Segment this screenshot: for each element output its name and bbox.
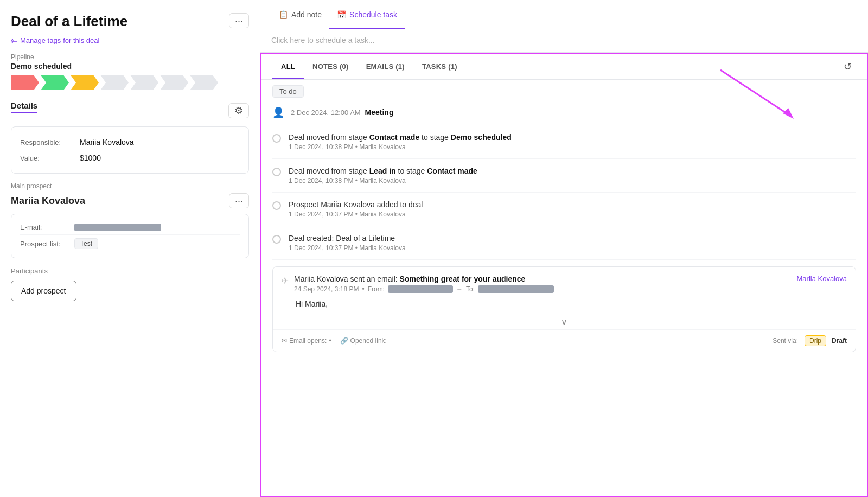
email-opens-dot: • [329, 337, 331, 345]
prospect-list-row: Prospect list: Test [20, 235, 240, 252]
pipeline-label: Pipeline [11, 53, 249, 61]
email-date: 24 Sep 2024, 3:18 PM [294, 285, 359, 293]
pipeline-arrow-2 [41, 75, 69, 90]
timeline-meta-4: 1 Dec 2024, 10:37 PM • Mariia Kovalova [289, 244, 856, 252]
tab-schedule-task[interactable]: 📅 Schedule task [329, 2, 405, 29]
pipeline-arrow-4 [100, 75, 129, 90]
timeline-dot-2 [272, 168, 281, 176]
prospect-email-row: E-mail: [20, 220, 240, 235]
timeline-meta-2: 1 Dec 2024, 10:38 PM • Mariia Kovalova [289, 177, 856, 184]
deal-title-row: Deal of a Lifetime ··· [11, 13, 249, 30]
pipeline-arrow-7 [190, 75, 218, 90]
send-icon: ✈ [282, 276, 289, 286]
timeline-item-2: Deal moved from stage Lead in to stage C… [272, 159, 856, 193]
participants-section: Participants Add prospect [11, 267, 249, 301]
opened-link-section: 🔗 Opened link: [340, 337, 387, 345]
email-card-title: Mariia Kovalova sent an email: Something… [294, 275, 792, 283]
prospect-name-row: Mariia Kovalova ··· [11, 193, 249, 208]
email-author-link[interactable]: Mariia Kovalova [797, 275, 847, 283]
note-task-bar: 📋 Add note 📅 Schedule task [260, 0, 868, 30]
email-footer-left: ✉ Email opens: • 🔗 Opened link: [282, 337, 387, 345]
note-icon: 📋 [279, 10, 288, 19]
from-redacted [388, 285, 453, 293]
manage-tags-suffix: for this deal [63, 36, 99, 44]
detail-row-responsible: Responsible: Mariia Kovalova [20, 135, 240, 150]
timeline-item-4: Deal created: Deal of a Lifetime 1 Dec 2… [272, 226, 856, 260]
details-section-title: Details [11, 101, 37, 113]
details-settings-button[interactable]: ⚙ [228, 103, 249, 118]
email-opens-label: Email opens: [289, 337, 327, 345]
pipeline-stage: Demo scheduled [11, 62, 249, 71]
timeline-text-3: Prospect Mariia Kovalova added to deal [289, 200, 856, 209]
arrow-separator: → [456, 285, 463, 293]
tab-add-note[interactable]: 📋 Add note [271, 2, 329, 29]
opened-link-label: Opened link: [350, 337, 387, 345]
from-label: From: [368, 285, 385, 293]
email-card-from: 24 Sep 2024, 3:18 PM • From: → To: [294, 285, 792, 293]
deal-more-button[interactable]: ··· [229, 13, 249, 28]
timeline-meta-1: 1 Dec 2024, 10:38 PM • Mariia Kovalova [289, 143, 856, 151]
pipeline-arrow-5 [130, 75, 158, 90]
timeline-content-1: Deal moved from stage Contact made to st… [289, 133, 856, 151]
tab-emails[interactable]: EMAILS (1) [358, 55, 413, 79]
timeline-dot-3 [272, 201, 281, 210]
email-opens-section: ✉ Email opens: • [282, 337, 331, 345]
prospect-more-button[interactable]: ··· [229, 193, 249, 208]
activity-list: 👤 2 Dec 2024, 12:00 AM Meeting Deal move… [261, 100, 867, 496]
email-body-text: Hi Mariia, [296, 300, 328, 308]
email-expand-button[interactable]: ∨ [273, 315, 856, 329]
timeline-dot-4 [272, 235, 281, 244]
email-card-meta: Mariia Kovalova sent an email: Something… [294, 275, 792, 293]
value-label: Value: [20, 154, 80, 162]
draft-label: Draft [832, 337, 847, 345]
timeline-item-1: Deal moved from stage Contact made to st… [272, 125, 856, 159]
drip-badge: Drip [805, 335, 826, 346]
responsible-value: Mariia Kovalova [80, 138, 134, 146]
details-header: Details ⚙ [11, 101, 249, 120]
detail-row-value: Value: $1000 [20, 150, 240, 165]
email-body: Hi Mariia, [273, 297, 856, 315]
main-prospect-label: Main prospect [11, 182, 249, 190]
schedule-task-label: Schedule task [349, 10, 397, 19]
bullet-separator: • [362, 285, 364, 293]
email-footer: ✉ Email opens: • 🔗 Opened link: Sent via… [273, 329, 856, 352]
tab-tasks[interactable]: TASKS (1) [413, 55, 466, 79]
timeline-dot-1 [272, 134, 281, 143]
timeline-meta-3: 1 Dec 2024, 10:37 PM • Mariia Kovalova [289, 211, 856, 218]
email-redacted [74, 224, 161, 231]
meeting-title: Meeting [365, 108, 394, 117]
timeline-text-4: Deal created: Deal of a Lifetime [289, 234, 856, 243]
add-prospect-button[interactable]: Add prospect [11, 281, 76, 301]
email-card: ✈ Mariia Kovalova sent an email: Somethi… [272, 266, 856, 352]
deal-title: Deal of a Lifetime [11, 13, 127, 30]
value-value: $1000 [80, 154, 101, 162]
tag-icon: 🏷 [11, 36, 18, 44]
to-redacted [478, 285, 554, 293]
add-note-label: Add note [291, 10, 322, 19]
todo-badge: To do [272, 85, 304, 98]
todo-section: To do [261, 80, 867, 100]
pipeline-arrow-1 [11, 75, 39, 90]
timeline-content-4: Deal created: Deal of a Lifetime 1 Dec 2… [289, 234, 856, 252]
activity-tabs: ALL NOTES (0) EMAILS (1) TASKS (1) ↺ [261, 54, 867, 80]
left-panel: Deal of a Lifetime ··· 🏷 Manage tags for… [0, 0, 260, 497]
meeting-date: 2 Dec 2024, 12:00 AM [291, 109, 361, 117]
refresh-button[interactable]: ↺ [839, 59, 856, 75]
manage-tags-link[interactable]: 🏷 Manage tags for this deal [11, 36, 249, 44]
participants-label: Participants [11, 267, 249, 275]
link-icon: 🔗 [340, 337, 348, 345]
prospect-list-badge: Test [74, 238, 98, 249]
sent-via-label: Sent via: [773, 337, 798, 345]
meeting-item: 👤 2 Dec 2024, 12:00 AM Meeting [272, 100, 856, 125]
manage-tags-label: Manage tags [20, 36, 61, 44]
email-card-header: ✈ Mariia Kovalova sent an email: Somethi… [273, 267, 856, 297]
tab-all[interactable]: ALL [272, 55, 304, 79]
schedule-icon: 📅 [337, 10, 346, 19]
meeting-icon: 👤 [272, 106, 284, 118]
tab-notes[interactable]: NOTES (0) [304, 55, 358, 79]
pipeline-arrows [11, 75, 249, 90]
schedule-placeholder[interactable]: Click here to schedule a task... [260, 30, 868, 53]
details-card: Responsible: Mariia Kovalova Value: $100… [11, 126, 249, 174]
pipeline-section: Pipeline Demo scheduled [11, 53, 249, 90]
prospect-list-label: Prospect list: [20, 240, 74, 248]
